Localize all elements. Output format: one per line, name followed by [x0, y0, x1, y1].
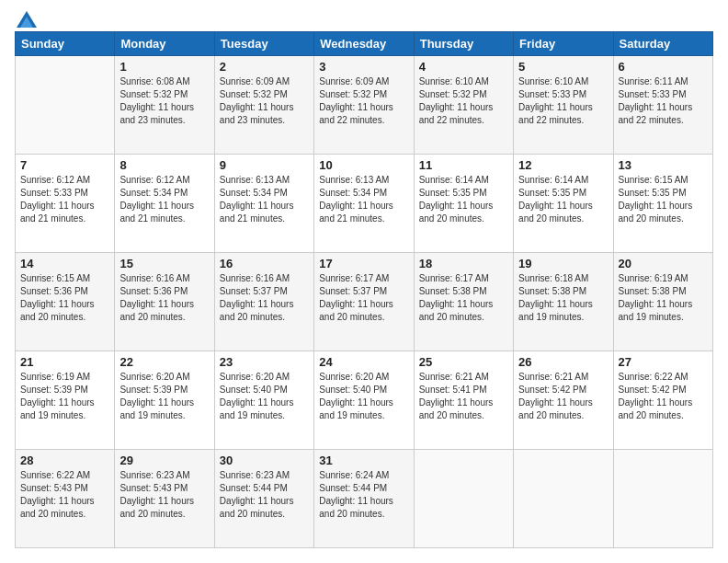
day-info: Sunrise: 6:17 AM Sunset: 5:38 PM Dayligh…: [419, 272, 508, 324]
calendar-day-header: Thursday: [414, 32, 513, 56]
day-number: 30: [220, 454, 309, 467]
day-number: 29: [119, 454, 209, 467]
calendar-day-cell: 15Sunrise: 6:16 AM Sunset: 5:36 PM Dayli…: [115, 253, 214, 351]
day-info: Sunrise: 6:20 AM Sunset: 5:39 PM Dayligh…: [119, 371, 209, 422]
calendar-day-cell: 13Sunrise: 6:15 AM Sunset: 5:35 PM Dayli…: [613, 155, 712, 253]
calendar-week-row: 7Sunrise: 6:12 AM Sunset: 5:33 PM Daylig…: [16, 155, 713, 253]
calendar-day-cell: 28Sunrise: 6:22 AM Sunset: 5:43 PM Dayli…: [16, 450, 115, 548]
day-number: 26: [518, 355, 608, 369]
day-info: Sunrise: 6:23 AM Sunset: 5:44 PM Dayligh…: [220, 469, 309, 521]
day-info: Sunrise: 6:10 AM Sunset: 5:32 PM Dayligh…: [419, 75, 508, 127]
calendar-day-cell: 27Sunrise: 6:22 AM Sunset: 5:42 PM Dayli…: [613, 351, 712, 450]
day-info: Sunrise: 6:19 AM Sunset: 5:38 PM Dayligh…: [619, 272, 708, 324]
day-number: 31: [319, 454, 408, 467]
day-number: 15: [119, 257, 209, 270]
calendar-day-header: Tuesday: [214, 32, 313, 56]
day-info: Sunrise: 6:22 AM Sunset: 5:43 PM Dayligh…: [20, 469, 109, 521]
day-info: Sunrise: 6:18 AM Sunset: 5:38 PM Dayligh…: [518, 272, 608, 324]
logo: [15, 15, 37, 22]
day-info: Sunrise: 6:16 AM Sunset: 5:36 PM Dayligh…: [119, 272, 209, 324]
calendar-day-cell: [613, 450, 712, 548]
calendar-day-cell: 1Sunrise: 6:08 AM Sunset: 5:32 PM Daylig…: [115, 56, 214, 155]
day-number: 3: [319, 60, 408, 74]
day-number: 21: [20, 355, 109, 369]
day-info: Sunrise: 6:12 AM Sunset: 5:33 PM Dayligh…: [20, 174, 109, 225]
calendar-day-cell: 12Sunrise: 6:14 AM Sunset: 5:35 PM Dayli…: [514, 155, 613, 253]
day-number: 5: [518, 60, 608, 74]
calendar-day-cell: [414, 450, 513, 548]
calendar-day-cell: 26Sunrise: 6:21 AM Sunset: 5:42 PM Dayli…: [514, 351, 613, 450]
calendar-day-cell: 2Sunrise: 6:09 AM Sunset: 5:32 PM Daylig…: [214, 56, 313, 155]
calendar-day-cell: 9Sunrise: 6:13 AM Sunset: 5:34 PM Daylig…: [214, 155, 313, 253]
calendar-day-header: Monday: [115, 32, 214, 56]
calendar-day-header: Saturday: [613, 32, 712, 56]
day-number: 25: [419, 355, 508, 369]
calendar-day-cell: 7Sunrise: 6:12 AM Sunset: 5:33 PM Daylig…: [16, 155, 115, 253]
day-info: Sunrise: 6:21 AM Sunset: 5:42 PM Dayligh…: [518, 371, 608, 422]
day-info: Sunrise: 6:14 AM Sunset: 5:35 PM Dayligh…: [419, 174, 508, 225]
calendar-day-cell: 5Sunrise: 6:10 AM Sunset: 5:33 PM Daylig…: [514, 56, 613, 155]
day-info: Sunrise: 6:13 AM Sunset: 5:34 PM Dayligh…: [220, 174, 309, 225]
calendar-day-cell: [514, 450, 613, 548]
day-info: Sunrise: 6:10 AM Sunset: 5:33 PM Dayligh…: [518, 75, 608, 127]
day-number: 13: [619, 158, 708, 172]
day-number: 27: [619, 355, 708, 369]
calendar-week-row: 1Sunrise: 6:08 AM Sunset: 5:32 PM Daylig…: [16, 56, 713, 155]
day-number: 8: [119, 158, 209, 172]
page: SundayMondayTuesdayWednesdayThursdayFrid…: [0, 0, 728, 563]
calendar-day-cell: 17Sunrise: 6:17 AM Sunset: 5:37 PM Dayli…: [314, 253, 414, 351]
day-info: Sunrise: 6:11 AM Sunset: 5:33 PM Dayligh…: [619, 75, 708, 127]
calendar-day-cell: 24Sunrise: 6:20 AM Sunset: 5:40 PM Dayli…: [314, 351, 414, 450]
calendar-day-header: Sunday: [16, 32, 115, 56]
day-info: Sunrise: 6:24 AM Sunset: 5:44 PM Dayligh…: [319, 469, 408, 521]
day-info: Sunrise: 6:09 AM Sunset: 5:32 PM Dayligh…: [220, 75, 309, 127]
day-info: Sunrise: 6:17 AM Sunset: 5:37 PM Dayligh…: [319, 272, 408, 324]
calendar-week-row: 28Sunrise: 6:22 AM Sunset: 5:43 PM Dayli…: [16, 450, 713, 548]
day-info: Sunrise: 6:09 AM Sunset: 5:32 PM Dayligh…: [319, 75, 408, 127]
day-number: 17: [319, 257, 408, 270]
calendar-week-row: 14Sunrise: 6:15 AM Sunset: 5:36 PM Dayli…: [16, 253, 713, 351]
calendar-day-cell: 30Sunrise: 6:23 AM Sunset: 5:44 PM Dayli…: [214, 450, 313, 548]
day-number: 20: [619, 257, 708, 270]
calendar-day-cell: 6Sunrise: 6:11 AM Sunset: 5:33 PM Daylig…: [613, 56, 712, 155]
calendar-day-cell: 29Sunrise: 6:23 AM Sunset: 5:43 PM Dayli…: [115, 450, 214, 548]
calendar-day-cell: 20Sunrise: 6:19 AM Sunset: 5:38 PM Dayli…: [613, 253, 712, 351]
calendar-day-cell: 25Sunrise: 6:21 AM Sunset: 5:41 PM Dayli…: [414, 351, 513, 450]
day-info: Sunrise: 6:12 AM Sunset: 5:34 PM Dayligh…: [119, 174, 209, 225]
calendar-day-cell: 11Sunrise: 6:14 AM Sunset: 5:35 PM Dayli…: [414, 155, 513, 253]
calendar-day-cell: 19Sunrise: 6:18 AM Sunset: 5:38 PM Dayli…: [514, 253, 613, 351]
day-info: Sunrise: 6:20 AM Sunset: 5:40 PM Dayligh…: [220, 371, 309, 422]
calendar-day-header: Wednesday: [314, 32, 414, 56]
day-info: Sunrise: 6:13 AM Sunset: 5:34 PM Dayligh…: [319, 174, 408, 225]
logo-icon: [17, 11, 37, 28]
calendar-day-cell: 16Sunrise: 6:16 AM Sunset: 5:37 PM Dayli…: [214, 253, 313, 351]
day-info: Sunrise: 6:21 AM Sunset: 5:41 PM Dayligh…: [419, 371, 508, 422]
day-number: 9: [220, 158, 309, 172]
day-number: 23: [220, 355, 309, 369]
day-info: Sunrise: 6:20 AM Sunset: 5:40 PM Dayligh…: [319, 371, 408, 422]
day-number: 12: [518, 158, 608, 172]
calendar-day-cell: 23Sunrise: 6:20 AM Sunset: 5:40 PM Dayli…: [214, 351, 313, 450]
day-number: 18: [419, 257, 508, 270]
day-info: Sunrise: 6:22 AM Sunset: 5:42 PM Dayligh…: [619, 371, 708, 422]
day-number: 19: [518, 257, 608, 270]
calendar-day-cell: 14Sunrise: 6:15 AM Sunset: 5:36 PM Dayli…: [16, 253, 115, 351]
calendar-day-cell: 10Sunrise: 6:13 AM Sunset: 5:34 PM Dayli…: [314, 155, 414, 253]
calendar-day-cell: 31Sunrise: 6:24 AM Sunset: 5:44 PM Dayli…: [314, 450, 414, 548]
day-number: 6: [619, 60, 708, 74]
header: [15, 15, 713, 22]
day-number: 4: [419, 60, 508, 74]
day-number: 11: [419, 158, 508, 172]
day-info: Sunrise: 6:14 AM Sunset: 5:35 PM Dayligh…: [518, 174, 608, 225]
calendar-day-cell: 21Sunrise: 6:19 AM Sunset: 5:39 PM Dayli…: [16, 351, 115, 450]
day-info: Sunrise: 6:08 AM Sunset: 5:32 PM Dayligh…: [119, 75, 209, 127]
day-number: 16: [220, 257, 309, 270]
day-number: 22: [119, 355, 209, 369]
calendar-day-cell: 8Sunrise: 6:12 AM Sunset: 5:34 PM Daylig…: [115, 155, 214, 253]
day-info: Sunrise: 6:23 AM Sunset: 5:43 PM Dayligh…: [119, 469, 209, 521]
calendar-day-cell: 3Sunrise: 6:09 AM Sunset: 5:32 PM Daylig…: [314, 56, 414, 155]
day-number: 28: [20, 454, 109, 467]
calendar-table: SundayMondayTuesdayWednesdayThursdayFrid…: [15, 31, 713, 548]
calendar-day-cell: 22Sunrise: 6:20 AM Sunset: 5:39 PM Dayli…: [115, 351, 214, 450]
calendar-day-cell: 4Sunrise: 6:10 AM Sunset: 5:32 PM Daylig…: [414, 56, 513, 155]
